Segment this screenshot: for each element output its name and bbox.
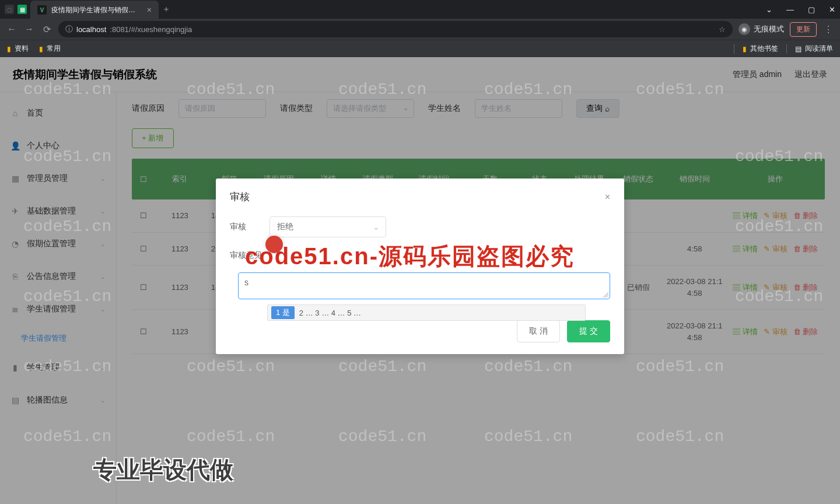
- audit-result-select[interactable]: 拒绝: [270, 216, 386, 237]
- cancel-button[interactable]: 取 消: [517, 320, 560, 342]
- browser-titlebar: ◌ ▦ V 疫情期间学生请假与销假系统 × ＋ ⌄ — ▢ ✕: [0, 0, 840, 19]
- active-tab[interactable]: V 疫情期间学生请假与销假系统 ×: [30, 1, 159, 19]
- pinned-tab-icon[interactable]: ▦: [18, 5, 27, 14]
- bookmark-folder[interactable]: ▮常用: [39, 44, 61, 54]
- resize-handle-icon[interactable]: [603, 292, 608, 298]
- form-label-opinion: 审核意见: [230, 249, 270, 261]
- form-label-audit: 审核: [230, 222, 270, 232]
- url-path: :8081/#/xueshengqingjia: [110, 25, 192, 34]
- incognito-indicator[interactable]: ◉ 无痕模式: [738, 23, 784, 35]
- reload-icon[interactable]: ⟳: [41, 24, 52, 35]
- reading-list[interactable]: ▤阅读清单: [795, 44, 833, 54]
- new-tab-icon[interactable]: ＋: [162, 4, 170, 15]
- incognito-icon: ◉: [738, 23, 750, 35]
- close-window-icon[interactable]: ✕: [829, 5, 835, 14]
- pinned-tab-icon[interactable]: ◌: [5, 5, 14, 14]
- chevron-down-icon[interactable]: ⌄: [766, 5, 772, 14]
- close-tab-icon[interactable]: ×: [147, 5, 152, 15]
- other-bookmarks[interactable]: ▮其他书签: [743, 44, 778, 54]
- ime-selected[interactable]: 1 是: [271, 306, 295, 319]
- dialog-close-icon[interactable]: ×: [605, 192, 610, 202]
- tab-title: 疫情期间学生请假与销假系统: [51, 5, 142, 15]
- folder-icon: ▮: [7, 45, 11, 53]
- url-host: localhost: [76, 25, 106, 34]
- ime-candidates[interactable]: 2 … 3 … 4 … 5 …: [299, 309, 361, 317]
- site-info-icon[interactable]: ⓘ: [65, 24, 73, 34]
- submit-button[interactable]: 提 交: [567, 320, 610, 342]
- menu-icon[interactable]: ⋮: [822, 24, 834, 35]
- audit-dialog: 审核 × 审核 拒绝 审核意见 s 1 是 2 … 3 … 4 … 5 …: [216, 178, 624, 354]
- folder-icon: ▮: [743, 45, 747, 53]
- forward-icon[interactable]: →: [23, 24, 35, 34]
- folder-icon: ▮: [39, 45, 43, 53]
- address-bar-row: ← → ⟳ ⓘ localhost:8081/#/xueshengqingjia…: [0, 19, 840, 40]
- maximize-icon[interactable]: ▢: [808, 5, 815, 14]
- vue-icon: V: [37, 5, 47, 15]
- dialog-title: 审核: [230, 190, 250, 204]
- update-button[interactable]: 更新: [790, 22, 817, 37]
- bookmark-folder[interactable]: ▮资料: [7, 44, 29, 54]
- bookmark-star-icon[interactable]: ☆: [719, 25, 726, 34]
- list-icon: ▤: [795, 45, 802, 53]
- back-icon[interactable]: ←: [6, 24, 18, 34]
- ime-candidate-bar[interactable]: 1 是 2 … 3 … 4 … 5 …: [267, 304, 586, 321]
- minimize-icon[interactable]: —: [786, 5, 794, 14]
- audit-opinion-textarea[interactable]: s: [238, 272, 610, 299]
- address-bar[interactable]: ⓘ localhost:8081/#/xueshengqingjia ☆: [58, 21, 733, 37]
- bookmarks-bar: ▮资料 ▮常用 ▮其他书签 ▤阅读清单: [0, 40, 840, 57]
